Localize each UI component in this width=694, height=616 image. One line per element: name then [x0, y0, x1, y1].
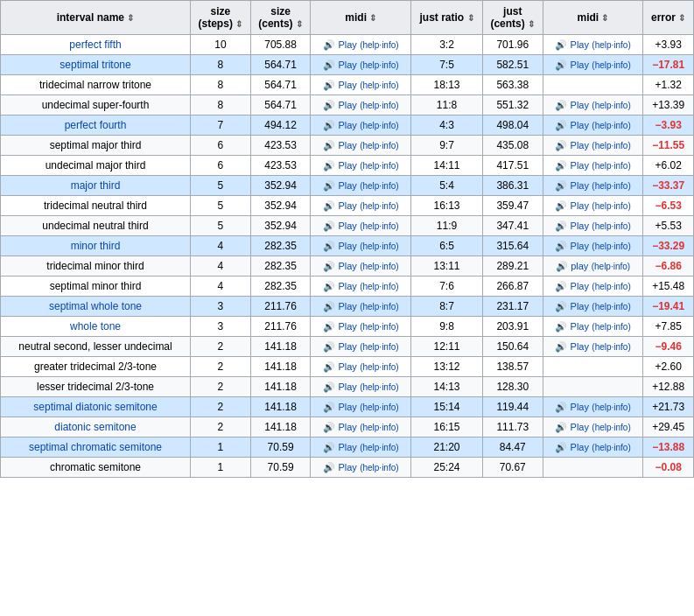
- play-link[interactable]: Play: [338, 100, 356, 110]
- play-link[interactable]: Play: [338, 281, 356, 291]
- play-link-2[interactable]: Play: [571, 341, 589, 352]
- size-cents-header[interactable]: size (cents) ⇕: [250, 1, 311, 35]
- help-info-2[interactable]: (help·info): [592, 262, 630, 271]
- steps-cell: 8: [191, 75, 251, 95]
- just-ratio-header[interactable]: just ratio ⇕: [411, 1, 483, 35]
- help-info[interactable]: (help·info): [360, 221, 398, 231]
- help-info-2[interactable]: (help·info): [592, 342, 630, 352]
- play-link-2[interactable]: Play: [571, 160, 589, 171]
- play-link[interactable]: Play: [338, 301, 356, 312]
- help-info-2[interactable]: (help·info): [592, 60, 630, 70]
- play-link[interactable]: Play: [338, 341, 356, 352]
- just-cents-header[interactable]: just (cents) ⇕: [482, 1, 543, 35]
- play-link-2[interactable]: play: [571, 261, 588, 271]
- help-info[interactable]: (help·info): [360, 443, 398, 452]
- help-info[interactable]: (help·info): [360, 463, 398, 472]
- play-link[interactable]: Play: [338, 422, 356, 432]
- play-link[interactable]: Play: [338, 80, 356, 90]
- interval-name-link[interactable]: whole tone: [70, 320, 121, 332]
- just-ratio-cell: 5:4: [411, 176, 483, 196]
- play-link-2[interactable]: Play: [571, 422, 589, 432]
- help-info[interactable]: (help·info): [360, 161, 398, 171]
- play-link-2[interactable]: Play: [571, 281, 589, 291]
- play-link-2[interactable]: Play: [571, 200, 589, 211]
- interval-name-link[interactable]: perfect fifth: [69, 38, 121, 51]
- play-link[interactable]: Play: [338, 402, 356, 412]
- play-link-2[interactable]: Play: [571, 220, 589, 231]
- midi-header[interactable]: midi ⇕: [311, 1, 411, 35]
- play-link[interactable]: Play: [338, 462, 356, 472]
- play-link[interactable]: Play: [338, 120, 356, 130]
- play-link[interactable]: Play: [338, 442, 356, 452]
- interval-name-link[interactable]: septimal tritone: [60, 59, 130, 71]
- play-link-2[interactable]: Play: [571, 301, 589, 312]
- help-info-2[interactable]: (help·info): [592, 161, 630, 171]
- interval-name-link[interactable]: septimal whole tone: [49, 300, 142, 312]
- play-link-2[interactable]: Play: [571, 140, 589, 150]
- help-info-2[interactable]: (help·info): [592, 201, 630, 211]
- play-link-2[interactable]: Play: [571, 402, 589, 412]
- play-link-2[interactable]: Play: [571, 100, 589, 110]
- error-header[interactable]: error ⇕: [643, 1, 694, 35]
- play-link-2[interactable]: Play: [571, 39, 589, 50]
- size-steps-header[interactable]: size (steps) ⇕: [191, 1, 251, 35]
- help-info[interactable]: (help·info): [360, 242, 398, 251]
- help-info-2[interactable]: (help·info): [592, 402, 630, 412]
- help-info[interactable]: (help·info): [360, 141, 398, 150]
- help-info-2[interactable]: (help·info): [592, 121, 630, 130]
- play-link[interactable]: Play: [338, 160, 356, 171]
- play-link[interactable]: Play: [338, 261, 356, 271]
- help-info[interactable]: (help·info): [360, 101, 398, 110]
- help-info-2[interactable]: (help·info): [592, 221, 630, 231]
- play-link-2[interactable]: Play: [571, 241, 589, 251]
- play-link-2[interactable]: Play: [571, 180, 589, 191]
- interval-name-link[interactable]: minor third: [71, 240, 121, 252]
- help-info[interactable]: (help·info): [360, 302, 398, 312]
- help-info[interactable]: (help·info): [360, 40, 398, 50]
- play-link-2[interactable]: Play: [571, 442, 589, 452]
- help-info-2[interactable]: (help·info): [592, 443, 630, 452]
- play-link[interactable]: Play: [338, 361, 356, 372]
- interval-name-link[interactable]: major third: [71, 179, 121, 192]
- help-info-2[interactable]: (help·info): [592, 181, 630, 191]
- help-info[interactable]: (help·info): [360, 382, 398, 392]
- help-info[interactable]: (help·info): [360, 342, 398, 352]
- play-link[interactable]: Play: [338, 321, 356, 332]
- play-link-2[interactable]: Play: [571, 321, 589, 332]
- interval-name-link[interactable]: septimal diatonic semitone: [33, 401, 157, 413]
- interval-name-link[interactable]: perfect fourth: [65, 119, 127, 131]
- help-info-2[interactable]: (help·info): [592, 242, 630, 251]
- help-info[interactable]: (help·info): [360, 423, 398, 432]
- help-info-2[interactable]: (help·info): [592, 302, 630, 312]
- help-info[interactable]: (help·info): [360, 201, 398, 211]
- help-info-2[interactable]: (help·info): [592, 141, 630, 150]
- play-link-2[interactable]: Play: [571, 60, 589, 70]
- interval-name-header[interactable]: interval name ⇕: [1, 1, 191, 35]
- help-info-2[interactable]: (help·info): [592, 40, 630, 50]
- play-link[interactable]: Play: [338, 140, 356, 150]
- play-link[interactable]: Play: [338, 382, 356, 392]
- help-info[interactable]: (help·info): [360, 80, 398, 90]
- play-link[interactable]: Play: [338, 200, 356, 211]
- help-info[interactable]: (help·info): [360, 322, 398, 332]
- help-info[interactable]: (help·info): [360, 362, 398, 372]
- help-info-2[interactable]: (help·info): [592, 322, 630, 332]
- help-info-2[interactable]: (help·info): [592, 101, 630, 110]
- help-info[interactable]: (help·info): [360, 181, 398, 191]
- interval-name-link[interactable]: diatonic semitone: [54, 421, 136, 433]
- play-link[interactable]: Play: [338, 220, 356, 231]
- help-info[interactable]: (help·info): [360, 121, 398, 130]
- interval-name-link[interactable]: septimal chromatic semitone: [29, 441, 162, 453]
- midi2-header[interactable]: midi ⇕: [543, 1, 643, 35]
- play-link[interactable]: Play: [338, 60, 356, 70]
- help-info[interactable]: (help·info): [360, 60, 398, 70]
- play-link[interactable]: Play: [338, 39, 356, 50]
- help-info[interactable]: (help·info): [360, 402, 398, 412]
- help-info-2[interactable]: (help·info): [592, 423, 630, 432]
- play-link[interactable]: Play: [338, 241, 356, 251]
- play-link[interactable]: Play: [338, 180, 356, 191]
- help-info[interactable]: (help·info): [360, 262, 398, 271]
- play-link-2[interactable]: Play: [571, 120, 589, 130]
- help-info-2[interactable]: (help·info): [592, 282, 630, 291]
- help-info[interactable]: (help·info): [360, 282, 398, 291]
